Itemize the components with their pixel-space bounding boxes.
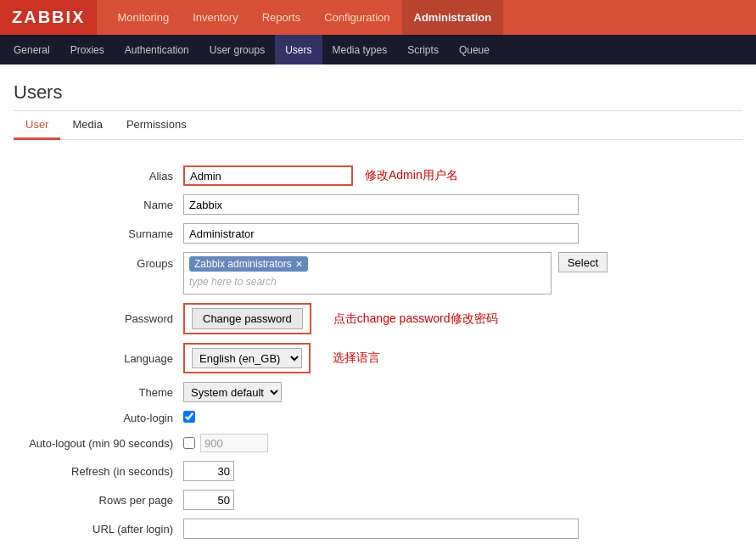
url-row: URL (after login) bbox=[14, 519, 742, 539]
password-box: Change password bbox=[183, 303, 311, 334]
page-title: Users bbox=[14, 73, 742, 111]
auto-logout-checkbox[interactable] bbox=[183, 437, 195, 449]
user-form: Alias 修改Admin用户名 Name Surname Groups bbox=[14, 157, 742, 544]
logo-text: ZABBIX bbox=[12, 8, 85, 27]
subnav-queue[interactable]: Queue bbox=[449, 35, 500, 64]
nav-reports[interactable]: Reports bbox=[250, 0, 313, 35]
surname-input[interactable] bbox=[183, 223, 579, 244]
password-annotation: 点击change password修改密码 bbox=[333, 311, 498, 327]
subnav-authentication[interactable]: Authentication bbox=[115, 35, 199, 64]
nav-monitoring[interactable]: Monitoring bbox=[105, 0, 181, 35]
auto-logout-row: Auto-logout (min 90 seconds) bbox=[14, 434, 742, 452]
alias-input[interactable] bbox=[183, 165, 353, 186]
logo: ZABBIX bbox=[0, 0, 97, 35]
tab-media[interactable]: Media bbox=[60, 111, 114, 140]
subnav-proxies[interactable]: Proxies bbox=[60, 35, 115, 64]
top-navigation: ZABBIX Monitoring Inventory Reports Conf… bbox=[0, 0, 756, 35]
auto-logout-label: Auto-logout (min 90 seconds) bbox=[14, 437, 183, 450]
name-input[interactable] bbox=[183, 194, 579, 215]
auto-login-row: Auto-login bbox=[14, 411, 742, 425]
rows-per-page-input[interactable] bbox=[183, 490, 234, 510]
subnav-users[interactable]: Users bbox=[275, 35, 322, 64]
subnav-user-groups[interactable]: User groups bbox=[199, 35, 275, 64]
select-button[interactable]: Select bbox=[558, 252, 608, 272]
alias-row: Alias 修改Admin用户名 bbox=[14, 165, 742, 186]
groups-row: Groups Zabbix administrators ✕ type here… bbox=[14, 252, 742, 294]
theme-label: Theme bbox=[14, 386, 183, 399]
groups-label: Groups bbox=[14, 252, 183, 270]
url-input[interactable] bbox=[183, 519, 579, 539]
rows-per-page-label: Rows per page bbox=[14, 494, 183, 507]
nav-inventory[interactable]: Inventory bbox=[181, 0, 249, 35]
nav-administration[interactable]: Administration bbox=[402, 0, 504, 35]
groups-search-placeholder: type here to search bbox=[189, 276, 277, 288]
language-box: English (en_GB) Chinese (zh_CN) French (… bbox=[183, 343, 311, 373]
subnav-media-types[interactable]: Media types bbox=[322, 35, 398, 64]
language-row: Language English (en_GB) Chinese (zh_CN)… bbox=[14, 343, 742, 373]
url-label: URL (after login) bbox=[14, 523, 183, 536]
tab-permissions[interactable]: Permissions bbox=[115, 111, 199, 140]
name-row: Name bbox=[14, 194, 742, 215]
nav-configuration[interactable]: Configuration bbox=[312, 0, 401, 35]
surname-label: Surname bbox=[14, 227, 183, 240]
change-password-button[interactable]: Change password bbox=[192, 308, 303, 329]
theme-select[interactable]: System default Blue Dark bbox=[183, 382, 282, 402]
theme-row: Theme System default Blue Dark bbox=[14, 382, 742, 402]
language-select[interactable]: English (en_GB) Chinese (zh_CN) French (… bbox=[192, 348, 302, 368]
rows-per-page-row: Rows per page bbox=[14, 490, 742, 510]
auto-login-checkbox[interactable] bbox=[183, 411, 195, 423]
group-tag-label: Zabbix administrators bbox=[194, 258, 292, 270]
password-label: Password bbox=[14, 312, 183, 325]
tabs: User Media Permissions bbox=[14, 111, 742, 140]
alias-annotation: 修改Admin用户名 bbox=[365, 168, 458, 183]
surname-row: Surname bbox=[14, 223, 742, 244]
name-label: Name bbox=[14, 199, 183, 211]
sub-navigation: General Proxies Authentication User grou… bbox=[0, 35, 756, 64]
alias-label: Alias bbox=[14, 170, 183, 182]
group-tag: Zabbix administrators ✕ bbox=[189, 256, 308, 272]
auto-logout-input[interactable] bbox=[200, 434, 268, 452]
top-nav-items: Monitoring Inventory Reports Configurati… bbox=[105, 0, 503, 35]
tab-user[interactable]: User bbox=[14, 111, 60, 140]
groups-input-box[interactable]: Zabbix administrators ✕ type here to sea… bbox=[183, 252, 552, 294]
page-content: Users User Media Permissions Alias 修改Adm… bbox=[0, 64, 756, 544]
refresh-row: Refresh (in seconds) bbox=[14, 461, 742, 481]
refresh-label: Refresh (in seconds) bbox=[14, 465, 183, 478]
refresh-input[interactable] bbox=[183, 461, 234, 481]
subnav-general[interactable]: General bbox=[3, 35, 60, 64]
password-row: Password Change password 点击change passwo… bbox=[14, 303, 742, 334]
group-tag-close-icon[interactable]: ✕ bbox=[295, 259, 303, 270]
auto-login-label: Auto-login bbox=[14, 412, 183, 424]
subnav-scripts[interactable]: Scripts bbox=[397, 35, 449, 64]
groups-container: Zabbix administrators ✕ type here to sea… bbox=[183, 252, 608, 294]
language-annotation: 选择语言 bbox=[333, 351, 380, 366]
language-label: Language bbox=[14, 352, 183, 365]
